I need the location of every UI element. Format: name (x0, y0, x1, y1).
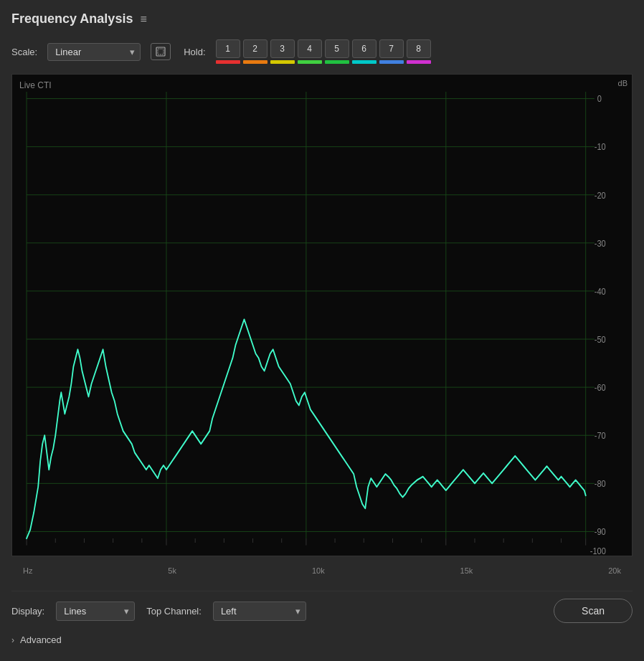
hold-btn-6[interactable]: 6 (352, 39, 377, 58)
advanced-row[interactable]: › Advanced (11, 630, 633, 650)
x-tick-20k: 20k (608, 566, 621, 575)
svg-text:-20: -20 (595, 190, 606, 201)
hold-btn-3[interactable]: 3 (270, 39, 295, 58)
svg-text:-10: -10 (595, 142, 606, 153)
controls-row: Scale: Linear Logarithmic Hold: 1 2 3 4 … (11, 39, 633, 64)
channel-label: Top Channel: (146, 606, 202, 617)
x-axis: Hz 5k 10k 15k 20k (11, 563, 633, 578)
hold-btn-2[interactable]: 2 (243, 39, 267, 58)
hold-btn-4[interactable]: 4 (298, 39, 322, 58)
svg-text:0: 0 (597, 93, 602, 104)
advanced-label[interactable]: Advanced (20, 634, 62, 645)
hold-color-8 (407, 60, 431, 64)
bottom-controls: Display: Lines Bars Area Top Channel: Le… (11, 591, 633, 630)
snapshot-button[interactable] (151, 43, 171, 60)
hold-color-2 (243, 60, 267, 64)
page-title: Frequency Analysis (11, 11, 133, 27)
svg-text:-100: -100 (590, 546, 606, 556)
hold-colors (216, 60, 431, 64)
svg-text:-90: -90 (595, 526, 606, 537)
menu-icon[interactable]: ≡ (140, 13, 146, 26)
svg-text:-80: -80 (595, 478, 606, 489)
app-container: Frequency Analysis ≡ Scale: Linear Logar… (0, 0, 644, 661)
hold-buttons: 1 2 3 4 5 6 7 8 (216, 39, 431, 64)
hold-color-7 (379, 60, 404, 64)
hold-color-6 (352, 60, 377, 64)
scan-button[interactable]: Scan (554, 599, 633, 623)
scale-label: Scale: (11, 47, 37, 57)
hold-color-1 (216, 60, 240, 64)
hold-color-4 (298, 60, 322, 64)
hold-btn-1[interactable]: 1 (216, 39, 240, 58)
hold-label: Hold: (184, 47, 205, 57)
svg-text:-50: -50 (595, 334, 606, 345)
hold-btn-5[interactable]: 5 (325, 39, 349, 58)
channel-select-wrapper: Left Right Mid Side (213, 601, 306, 621)
channel-select[interactable]: Left Right Mid Side (213, 601, 306, 621)
chart-label: Live CTI (19, 80, 52, 90)
svg-text:-40: -40 (595, 286, 606, 297)
x-tick-hz: Hz (23, 566, 32, 575)
svg-text:-60: -60 (595, 382, 606, 393)
svg-text:-70: -70 (595, 430, 606, 441)
header: Frequency Analysis ≡ (11, 11, 633, 27)
x-tick-5k: 5k (168, 566, 176, 575)
x-tick-10k: 10k (312, 566, 325, 575)
hold-nums: 1 2 3 4 5 6 7 8 (216, 39, 431, 58)
chart-svg: 0 -10 -20 -30 -40 -50 -60 -70 -80 -90 -1… (12, 75, 632, 556)
display-label: Display: (11, 606, 44, 617)
svg-rect-1 (158, 49, 164, 54)
scale-select[interactable]: Linear Logarithmic (47, 43, 141, 61)
svg-text:-30: -30 (595, 238, 606, 249)
chevron-right-icon: › (11, 635, 14, 645)
display-select-wrapper: Lines Bars Area (56, 601, 135, 621)
hold-color-5 (325, 60, 349, 64)
scale-select-wrapper: Linear Logarithmic (47, 43, 141, 61)
x-tick-15k: 15k (460, 566, 473, 575)
hold-color-3 (270, 60, 295, 64)
display-select[interactable]: Lines Bars Area (56, 601, 135, 621)
chart-area: Live CTI dB 0 -10 -20 -30 -40 (11, 74, 633, 556)
hold-btn-7[interactable]: 7 (379, 39, 404, 58)
hold-btn-8[interactable]: 8 (407, 39, 431, 58)
